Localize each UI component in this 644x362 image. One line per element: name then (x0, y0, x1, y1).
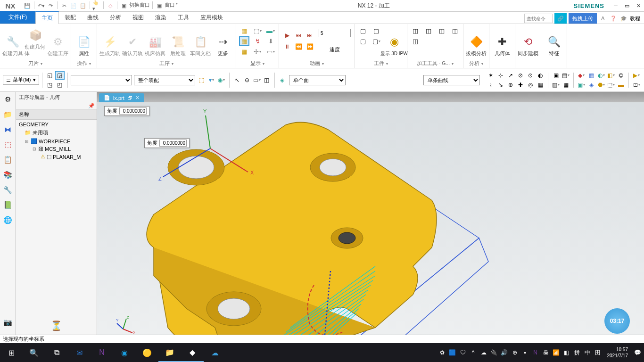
wp-btn-4[interactable]: ▢ (371, 36, 381, 46)
curve-filter-dd[interactable]: 单条曲线 (423, 75, 480, 85)
tray-flower-icon[interactable]: ✿ (438, 348, 447, 357)
grp-b1[interactable]: ▥ (551, 81, 561, 89)
tool-a5[interactable]: ⏣ (616, 71, 626, 80)
redo-icon[interactable]: ↷ (46, 1, 55, 10)
browser-icon[interactable]: 🌐 (2, 214, 14, 226)
disp-btn-1[interactable]: ▦ (239, 26, 249, 35)
angle-input-2[interactable]: 角度 (144, 138, 190, 148)
group-analysis-label[interactable]: 分析 (465, 59, 487, 68)
group-anim-label[interactable]: 动画 (281, 59, 353, 68)
tab-tools[interactable]: 工具 (172, 12, 195, 24)
geom-nav-icon[interactable]: ⬚ (2, 139, 14, 150)
link-button[interactable]: 🔗 (554, 13, 567, 24)
disp-btn-7[interactable]: ▬ (265, 26, 276, 35)
snap-a6[interactable]: ◐ (536, 71, 545, 80)
snap-b2[interactable]: ↘ (496, 81, 505, 89)
ime-cn-icon[interactable]: 中 (583, 348, 592, 357)
tool-b4[interactable]: ⬚ (606, 81, 616, 89)
switch-window-icon[interactable]: ▣ (120, 1, 128, 10)
tool-b1[interactable]: ▣ (577, 81, 586, 89)
start-button[interactable]: ⊞ (0, 343, 23, 362)
snap-ico-3[interactable]: ◉ (217, 76, 226, 84)
disp-btn-9[interactable]: ▭ (265, 47, 276, 56)
angle-input-1[interactable]: 角度 (104, 106, 149, 116)
tray-volume-icon[interactable]: 🔊 (500, 348, 509, 357)
tool-b2[interactable]: ◈ (586, 81, 596, 89)
nav-pin-icon[interactable]: 📌 (88, 103, 95, 108)
save-icon[interactable]: 💾 (23, 1, 32, 10)
sync-modeling-button[interactable]: ⟲同步建模 (517, 25, 539, 57)
grp-a2[interactable]: ▤ (561, 71, 570, 80)
tray-defender-icon[interactable]: ⊕ (510, 348, 520, 357)
properties-button[interactable]: 📄属性 (73, 25, 95, 57)
skip-back-button[interactable]: ⏪ (294, 42, 303, 51)
settings-icon[interactable]: ⚙ (2, 94, 14, 105)
snap-ico-1[interactable]: ⬚ (197, 76, 206, 84)
tool-a2[interactable]: ▦ (586, 71, 596, 80)
cam-btn-5[interactable]: ◫ (450, 26, 460, 35)
tool-a4[interactable]: ◧ (606, 71, 616, 80)
snap-a1[interactable]: ✶ (486, 71, 495, 80)
end-b1[interactable]: ⊡ (632, 81, 641, 89)
tree-geometry[interactable]: GEOMETRY (16, 121, 97, 128)
nav-tree[interactable]: GEOMETRY 📁 未用项 ⊟🟦 WORKPIECE ⊟⛓ MCS_MILL … (16, 120, 97, 316)
face-filter-dd[interactable]: 单个面 (289, 75, 346, 85)
angle-field-1[interactable] (119, 107, 147, 115)
tab-home[interactable]: 主页 (35, 11, 59, 24)
part-nav-icon[interactable]: 📋 (2, 154, 14, 165)
tool-a3[interactable]: ◐ (596, 71, 606, 80)
grp-a1[interactable]: ▣ (551, 71, 561, 80)
tool-b5[interactable]: ▬ (616, 81, 626, 89)
disp-btn-4[interactable]: ⬚ (252, 26, 263, 35)
snap-b5[interactable]: ◎ (526, 81, 535, 89)
filter-dd-1[interactable] (71, 75, 132, 85)
cam-btn-4[interactable]: ◫ (437, 26, 447, 35)
help-icon[interactable]: ❓ (609, 14, 618, 23)
cam-btn-1[interactable]: ◫ (410, 26, 421, 35)
close-button[interactable]: ✕ (633, 1, 644, 10)
feature-button[interactable]: 🔍特征 (543, 25, 565, 57)
skip-fwd-button[interactable]: ⏩ (305, 42, 314, 51)
tray-app-icon[interactable]: 🟦 (448, 348, 457, 357)
chrome-app-icon[interactable]: 🟡 (136, 343, 158, 362)
nav-column-name[interactable]: 名称 (16, 109, 97, 120)
snap-b1[interactable]: ≀ (486, 81, 495, 89)
disp-btn-6[interactable]: ✢ (252, 47, 263, 56)
drag-upload-button[interactable]: 拖拽上传 (569, 13, 597, 24)
tray-wifi-icon[interactable]: 📶 (552, 348, 561, 357)
assembly-filter-dd[interactable]: 整个装配 (134, 75, 195, 85)
tutorial-icon[interactable]: 🎓 (619, 14, 628, 23)
tray-up-icon[interactable]: ^ (469, 348, 478, 357)
tab-curve[interactable]: 曲线 (82, 12, 104, 24)
tutorial-label[interactable]: 教程 (630, 15, 640, 22)
explorer-app-icon[interactable]: 📁 (158, 343, 181, 362)
sel-ico-2[interactable]: ◲ (55, 71, 65, 80)
snap-b6[interactable]: ▦ (536, 81, 545, 89)
anim-speed-input[interactable] (319, 29, 351, 37)
tray-printer-icon[interactable]: 🖶 (541, 348, 551, 357)
wp-btn-2[interactable]: ▢ (358, 36, 368, 46)
snap-a5[interactable]: ⊙ (526, 71, 535, 80)
step-back-button[interactable]: ⏮ (294, 31, 303, 40)
tray-misc-icon[interactable]: ◧ (562, 348, 571, 357)
snap-b4[interactable]: ✚ (516, 81, 525, 89)
tab-render[interactable]: 渲染 (149, 12, 172, 24)
disp-btn-8[interactable]: ⬇ (265, 36, 276, 46)
touch-icon[interactable]: 👆▾ (92, 1, 101, 10)
tool-b3[interactable]: ⬣ (596, 81, 606, 89)
snap-b3[interactable]: ⊕ (506, 81, 515, 89)
grp-b2[interactable]: ▦ (561, 81, 570, 89)
tray-cloud-icon[interactable]: ☁ (479, 348, 488, 357)
tab-file[interactable]: 文件(F) (0, 11, 35, 24)
draft-analysis-button[interactable]: 🔶拔模分析 (465, 25, 487, 57)
taskview-button[interactable]: ⧉ (45, 343, 68, 362)
sel-ico-3[interactable]: ◳ (45, 81, 55, 89)
tree-planar-mill[interactable]: ⚠ ⬚ PLANAR_M (16, 153, 97, 161)
wp-btn-3[interactable]: ▢ (371, 26, 381, 35)
sel-ico-4[interactable]: ◰ (55, 81, 65, 89)
tray-power-icon[interactable]: 🔌 (489, 348, 499, 357)
mail-app-icon[interactable]: ✉ (68, 343, 91, 362)
tray-onenote-icon[interactable]: N (531, 348, 540, 357)
reuse-icon[interactable]: 📚 (2, 169, 14, 181)
edge-app-icon[interactable]: ◉ (113, 343, 136, 362)
